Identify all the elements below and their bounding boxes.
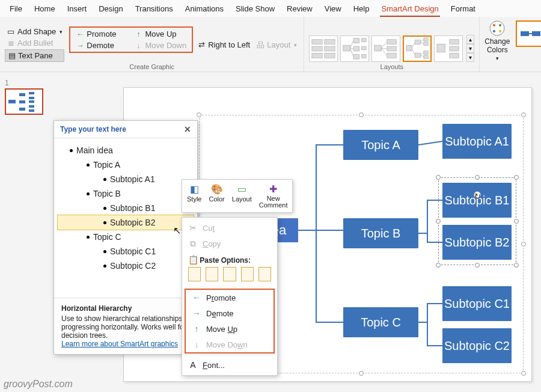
text-pane-description: Horizontal Hierarchy Use to show hierarc… — [54, 298, 197, 354]
text-pane-item-0[interactable]: Main idea — [58, 143, 194, 158]
add-bullet-label: Add Bullet — [17, 38, 53, 47]
mini-new-comment-button[interactable]: ✚ NewComment — [257, 182, 290, 210]
arrow-up-icon: ↑ — [192, 324, 201, 334]
text-pane-item-label: Subtopic B1 — [110, 203, 156, 213]
tab-smartart-design[interactable]: SmartArt Design — [380, 2, 439, 17]
promote-button[interactable]: ←Promote — [74, 29, 118, 39]
right-to-left-button[interactable]: ⇄Right to Left — [195, 40, 252, 50]
slide-thumbnail-1[interactable] — [5, 88, 43, 115]
ribbon-group-styles: Change Colors ▾ ▴ ▾ ▾ SmartArt Styl — [480, 17, 541, 72]
create-graphic-highlight: ←Promote →Demote ↑Move Up ↓Move Down — [69, 26, 193, 53]
svg-point-40 — [490, 21, 504, 35]
mini-color-button[interactable]: 🎨 Color — [206, 182, 227, 210]
smartart-subtopic-c1[interactable]: Subtopic C1 — [442, 286, 512, 321]
tab-slideshow[interactable]: Slide Show — [234, 2, 276, 17]
svg-rect-45 — [521, 31, 529, 36]
paste-opt-2[interactable] — [206, 267, 218, 281]
tab-view[interactable]: View — [323, 2, 343, 17]
change-colors-label: Change Colors — [484, 37, 510, 54]
tab-animations[interactable]: Animations — [184, 2, 225, 17]
paste-opt-4[interactable] — [241, 267, 254, 281]
svg-rect-18 — [387, 46, 396, 51]
text-pane-item-3[interactable]: Topic B — [58, 186, 194, 201]
ctx-demote[interactable]: →Demote — [186, 305, 274, 321]
mini-style-label: Style — [187, 195, 201, 203]
clipboard-icon: 📋 — [188, 255, 198, 265]
move-up-button[interactable]: ↑Move Up — [132, 29, 188, 39]
tab-home[interactable]: Home — [33, 2, 57, 17]
tab-insert[interactable]: Insert — [66, 2, 88, 17]
text-pane-item-6[interactable]: Topic C — [58, 230, 194, 244]
move-up-label: Move Up — [145, 29, 176, 38]
rotate-handle-icon[interactable]: ↻ — [474, 191, 481, 198]
paste-opt-1[interactable] — [188, 267, 201, 281]
text-pane-item-1[interactable]: Topic A — [58, 158, 194, 172]
layout-thumb-4-selected[interactable] — [403, 35, 432, 62]
style-icon: ◧ — [188, 183, 201, 194]
text-pane-item-7[interactable]: Subtopic C1 — [58, 244, 194, 259]
smartart-subtopic-c2[interactable]: Subtopic C2 — [442, 328, 512, 363]
svg-rect-1 — [325, 39, 335, 44]
text-pane-tree[interactable]: Main ideaTopic ASubtopic A1Topic BSubtop… — [54, 138, 197, 298]
layout-thumb-3[interactable] — [371, 35, 400, 62]
scissors-icon: ✂ — [188, 223, 198, 233]
bullet-icon — [103, 250, 106, 253]
layouts-scroll-down[interactable]: ▾ — [466, 44, 474, 53]
bullet-icon — [103, 221, 106, 224]
smartart-topic-c[interactable]: Topic C — [343, 307, 418, 337]
svg-rect-6 — [343, 45, 350, 51]
mini-layout-button[interactable]: ▭ Layout — [230, 182, 254, 210]
svg-rect-4 — [312, 53, 322, 58]
layouts-more[interactable]: ▾ — [466, 53, 474, 62]
mini-new-comment-label: NewComment — [259, 195, 288, 209]
tab-transitions[interactable]: Transitions — [134, 2, 174, 17]
change-colors-button[interactable]: Change Colors ▾ — [484, 20, 510, 62]
layout-grid-icon — [310, 36, 337, 61]
palette-icon — [489, 20, 506, 37]
text-pane-close-button[interactable]: ✕ — [184, 124, 191, 134]
group-label-create-graphic: Create Graphic — [129, 63, 174, 70]
mini-toolbar[interactable]: ◧ Style 🎨 Color ▭ Layout ✚ NewComment — [182, 179, 293, 213]
ctx-promote[interactable]: ←Promote — [186, 290, 274, 305]
svg-point-41 — [493, 24, 495, 26]
text-pane-item-8[interactable]: Subtopic C2 — [58, 259, 194, 273]
mini-style-button[interactable]: ◧ Style — [185, 182, 204, 210]
slide-number: 1 — [5, 79, 9, 87]
layout-tree2-icon — [372, 36, 400, 61]
ctx-move-up[interactable]: ↑Move Up — [186, 321, 274, 337]
smartart-topic-b[interactable]: Topic B — [343, 218, 418, 248]
text-pane-item-4[interactable]: Subtopic B1 — [58, 201, 194, 215]
text-pane-item-label: Subtopic C1 — [110, 247, 156, 256]
group-label-layouts: Layouts — [381, 63, 404, 70]
layout-thumb-2[interactable] — [340, 35, 369, 62]
ribbon: ▭Add Shape▾ ≣Add Bullet ▤Text Pane ←Prom… — [0, 17, 541, 72]
layouts-scroll-up[interactable]: ▴ — [466, 35, 474, 44]
paste-opt-5[interactable] — [258, 267, 271, 281]
smartart-topic-a[interactable]: Topic A — [343, 130, 418, 160]
text-pane-item-5[interactable]: Subtopic B2 — [58, 215, 194, 230]
svg-rect-23 — [406, 45, 412, 51]
svg-line-35 — [421, 55, 424, 57]
arrow-down-icon: ↓ — [134, 41, 142, 50]
paste-opt-3[interactable] — [223, 267, 236, 281]
tab-help[interactable]: Help — [352, 2, 371, 17]
text-pane-item-2[interactable]: Subtopic A1 — [58, 172, 194, 186]
svg-rect-8 — [353, 46, 359, 51]
context-menu[interactable]: ✂Cut ⧉Copy 📋 Paste Options: ←Promote →De… — [182, 217, 278, 376]
smartart-shape-selection[interactable]: ↻ — [438, 177, 516, 265]
smartart-subtopic-a1[interactable]: Subtopic A1 — [442, 124, 512, 159]
text-pane[interactable]: Type your text here ✕ Main ideaTopic ASu… — [53, 120, 198, 355]
tab-review[interactable]: Review — [286, 2, 314, 17]
layout-thumb-1[interactable] — [309, 35, 338, 62]
add-shape-button[interactable]: ▭Add Shape▾ — [5, 26, 64, 37]
tab-format[interactable]: Format — [450, 2, 477, 17]
tab-design[interactable]: Design — [97, 2, 124, 17]
text-pane-button[interactable]: ▤Text Pane — [5, 49, 64, 62]
text-pane-item-label: Main idea — [76, 145, 113, 155]
demote-button[interactable]: →Demote — [74, 40, 118, 51]
style-thumb-1-selected[interactable] — [516, 20, 541, 47]
layout-thumb-5[interactable] — [434, 35, 463, 62]
text-pane-learn-more-link[interactable]: Learn more about SmartArt graphics — [61, 340, 178, 348]
ctx-font[interactable]: AFont... — [182, 357, 277, 373]
tab-file[interactable]: File — [8, 2, 23, 17]
